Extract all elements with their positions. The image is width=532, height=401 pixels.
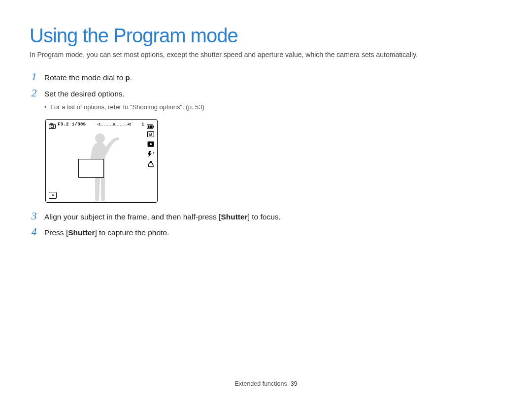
flash-auto-icon: A bbox=[147, 151, 154, 157]
shot-count: 1 bbox=[141, 122, 144, 127]
svg-point-12 bbox=[150, 143, 152, 145]
steps-list: 1 Rotate the mode dial to p. 2 Set the d… bbox=[30, 70, 296, 238]
step-number: 2 bbox=[30, 87, 38, 99]
lcd-info-bar: F3.2 1/30S -2........0........+2 1 bbox=[58, 122, 144, 127]
camera-icon bbox=[49, 122, 56, 131]
ev-scale: -2........0........+2 bbox=[89, 123, 138, 126]
step4-text-b: ] to capture the photo. bbox=[95, 228, 169, 237]
footer-page-number: 39 bbox=[291, 380, 298, 387]
svg-rect-6 bbox=[148, 125, 149, 128]
step-3: 3 Align your subject in the frame, and t… bbox=[30, 210, 296, 222]
lcd-right-icons: M A bbox=[147, 131, 154, 167]
svg-point-0 bbox=[95, 133, 105, 143]
metering-icon bbox=[147, 141, 154, 148]
step3-text-a: Align your subject in the frame, and the… bbox=[44, 213, 221, 221]
svg-point-2 bbox=[51, 125, 54, 128]
shutter-bold: Shutter bbox=[221, 213, 247, 221]
mode-dial-p-icon: p bbox=[126, 73, 130, 82]
step1-text-b: . bbox=[130, 73, 132, 82]
svg-rect-7 bbox=[150, 125, 151, 128]
svg-rect-5 bbox=[153, 125, 154, 127]
battery-icon bbox=[147, 122, 154, 131]
step2-bullets: For a list of options, refer to "Shootin… bbox=[44, 102, 296, 112]
step-text: Set the desired options. For a list of o… bbox=[44, 88, 296, 115]
svg-marker-13 bbox=[148, 151, 152, 157]
svg-rect-3 bbox=[50, 123, 53, 124]
step-number: 4 bbox=[30, 225, 38, 238]
shutter-speed-value: 1/30S bbox=[72, 122, 86, 127]
svg-rect-15 bbox=[150, 161, 152, 162]
step-4: 4 Press [Shutter] to capture the photo. bbox=[30, 225, 296, 238]
manual-page: Using the Program mode In Program mode, … bbox=[0, 0, 532, 401]
intro-text: In Program mode, you can set most option… bbox=[30, 50, 502, 60]
step-1: 1 Rotate the mode dial to p. bbox=[30, 70, 296, 84]
camera-lcd-screen: F3.2 1/30S -2........0........+2 1 M bbox=[45, 119, 158, 203]
step-text: Press [Shutter] to capture the photo. bbox=[44, 227, 296, 238]
single-shot-icon bbox=[49, 192, 57, 199]
ois-icon bbox=[147, 161, 154, 167]
step-number: 1 bbox=[30, 70, 38, 83]
page-footer: Extended functions 39 bbox=[0, 380, 532, 387]
resolution-icon: M bbox=[147, 131, 154, 138]
shutter-bold: Shutter bbox=[68, 228, 95, 237]
step2-bullet: For a list of options, refer to "Shootin… bbox=[44, 102, 296, 112]
step4-text-a: Press [ bbox=[44, 228, 68, 237]
step-text: Rotate the mode dial to p. bbox=[44, 72, 296, 84]
svg-text:A: A bbox=[153, 152, 154, 154]
svg-text:M: M bbox=[149, 133, 152, 136]
page-title: Using the Program mode bbox=[30, 25, 502, 47]
focus-rectangle-icon bbox=[78, 159, 104, 178]
camera-lcd-illustration: F3.2 1/30S -2........0........+2 1 M bbox=[45, 119, 296, 203]
footer-section: Extended functions bbox=[234, 380, 287, 387]
step-number: 3 bbox=[30, 210, 38, 222]
step3-text-b: ] to focus. bbox=[248, 213, 281, 221]
step-2: 2 Set the desired options. For a list of… bbox=[30, 87, 296, 115]
step1-text-a: Rotate the mode dial to bbox=[44, 73, 126, 82]
aperture-value: F3.2 bbox=[58, 122, 69, 127]
step2-text: Set the desired options. bbox=[44, 90, 125, 98]
svg-rect-8 bbox=[151, 125, 153, 128]
step-text: Align your subject in the frame, and the… bbox=[44, 211, 296, 222]
